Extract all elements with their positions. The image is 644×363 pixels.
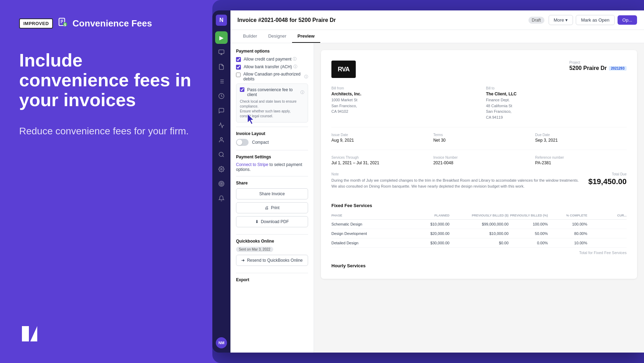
svg-point-22	[221, 183, 222, 184]
tab-builder[interactable]: Builder	[237, 30, 262, 43]
td-prev-amt-1: $10,000.00	[449, 231, 509, 236]
td-current-0	[587, 222, 627, 226]
invoice-icon: $	[58, 17, 68, 30]
sidebar-avatar[interactable]: NM	[216, 337, 227, 348]
bill-to-label: Bill to	[486, 86, 627, 90]
total-due-section: Total Due $19,450.00	[588, 172, 627, 189]
fixed-fee-table: Fixed Fee Services PHASE PLANNED PREVIOU…	[331, 203, 627, 258]
print-icon: 🖨	[265, 205, 269, 210]
primary-action-button[interactable]: Op...	[618, 15, 637, 25]
bill-to-col: Bill to The Client, LLC Finance Dept.48 …	[486, 86, 627, 120]
svg-point-21	[220, 182, 223, 186]
left-panel: IMPROVED $ Convenience Fees Include conv…	[0, 0, 212, 363]
canadian-info-icon: ⓘ	[304, 74, 308, 79]
compact-label: Compact	[252, 140, 269, 145]
sidebar-icon-user[interactable]	[215, 134, 228, 146]
sidebar-icon-play[interactable]: ▶	[215, 31, 228, 44]
sidebar-icon-doc[interactable]	[215, 61, 228, 73]
ach-checkbox[interactable]	[236, 65, 241, 70]
svg-line-18	[222, 156, 223, 157]
ach-info-icon: ⓘ	[293, 64, 297, 69]
sidebar-icon-list[interactable]	[215, 75, 228, 88]
ach-label: Allow bank transfer (ACH) ⓘ	[244, 64, 297, 69]
main-headline: Include convenience fees in your invoice…	[19, 50, 193, 110]
download-pdf-button[interactable]: ⬇ Download PDF	[236, 216, 308, 227]
svg-rect-6	[219, 50, 224, 54]
tab-designer[interactable]: Designer	[262, 30, 292, 43]
project-badge: 2021293	[609, 66, 627, 71]
svg-point-16	[220, 137, 222, 140]
fixed-fee-title: Fixed Fee Services	[331, 203, 627, 208]
improved-badge: IMPROVED	[19, 18, 53, 29]
canadian-checkbox[interactable]	[236, 72, 241, 77]
payment-options-section: Payment options Allow credit card paymen…	[236, 49, 308, 123]
sidebar-icon-settings[interactable]	[215, 163, 228, 175]
note-total-row: Note During the month of July we complet…	[331, 172, 627, 196]
issue-date-label: Issue Date	[331, 133, 423, 137]
share-invoice-button[interactable]: Share Invoice	[236, 188, 308, 199]
convenience-fee-checkbox[interactable]	[240, 87, 244, 92]
note-section: Note During the month of July we complet…	[331, 172, 581, 189]
share-section: Share Share Invoice 🖨 Print ⬇ Download P…	[236, 176, 308, 230]
invoice-layout-section: Invoice Layout Compact	[236, 127, 308, 146]
bill-section: Bill from Architects, Inc. 1000 Market S…	[331, 86, 627, 120]
bill-from-address: 1000 Market StSan Francisco,CA 94102	[331, 97, 472, 115]
td-phase-1: Design Development	[331, 231, 410, 236]
terms-label: Terms	[433, 133, 525, 137]
sidebar-icon-chart[interactable]	[215, 119, 228, 132]
table-row: Detailed Design $30,000.00 $0.00 0.00% 1…	[331, 238, 627, 248]
main-content: Invoice #2021-0048 for 5200 Praire Dr Dr…	[230, 10, 644, 353]
dates-section-1: Issue Date Aug 9, 2021 Terms Net 30 Due …	[331, 127, 627, 143]
toggle-row: Compact	[236, 139, 308, 146]
services-through-label: Services Through	[331, 156, 423, 159]
toggle-thumb	[237, 140, 242, 145]
credit-card-label: Allow credit card payment ⓘ	[244, 56, 297, 62]
tab-preview[interactable]: Preview	[292, 30, 320, 43]
compact-toggle[interactable]	[236, 139, 249, 146]
convenience-fee-box: Pass convenience fee to client ⓘ Check l…	[236, 84, 308, 123]
issue-date-col: Issue Date Aug 9, 2021	[331, 133, 423, 143]
mark-as-open-button[interactable]: Mark as Open	[576, 15, 615, 25]
invoice-preview: RVA Project 5200 Praire Dr 2021293	[321, 50, 637, 279]
invoice-layout-title: Invoice Layout	[236, 131, 308, 136]
td-phase-0: Schematic Design	[331, 222, 410, 226]
resend-quickbooks-button[interactable]: ➜ Resend to QuickBooks Online	[236, 255, 308, 266]
bill-from-label: Bill from	[331, 86, 472, 90]
status-badge: Draft	[528, 17, 544, 24]
app-window: N ▶	[212, 10, 644, 353]
due-date-col: Due Date Sep 3, 2021	[535, 133, 627, 143]
th-pct-complete: % COMPLETE	[548, 214, 587, 217]
sidebar-icon-clock[interactable]	[215, 90, 228, 102]
td-complete-2: 10.00%	[548, 241, 587, 245]
connect-stripe-link[interactable]: Connect to Stripe	[236, 162, 268, 167]
th-prev-billed-amt: PREVIOUSLY BILLED ($)	[449, 214, 509, 217]
more-button[interactable]: More ▾	[549, 15, 573, 25]
bottom-logo	[19, 309, 193, 346]
td-planned-0: $10,000.00	[410, 222, 449, 226]
right-panel: N ▶	[212, 0, 644, 363]
sidebar-icon-bell[interactable]	[215, 192, 228, 205]
td-prev-pct-1: 50.00%	[509, 231, 548, 236]
table-row: Schematic Design $10,000.00 $99,000,000.…	[331, 220, 627, 229]
print-button[interactable]: 🖨 Print	[236, 202, 308, 213]
project-name: 5200 Praire Dr 2021293	[569, 65, 627, 71]
invoice-number-value: 2021-0048	[433, 160, 525, 165]
sidebar-icon-target[interactable]	[215, 177, 228, 190]
table-header: PHASE PLANNED PREVIOUSLY BILLED ($) PREV…	[331, 212, 627, 220]
sidebar-icon-chat[interactable]	[215, 104, 228, 117]
invoice-header: RVA Project 5200 Praire Dr 2021293	[331, 61, 627, 78]
note-label: Note	[331, 172, 581, 176]
credit-card-checkbox[interactable]	[236, 57, 241, 62]
invoice-meta: Project 5200 Praire Dr 2021293	[569, 61, 627, 78]
svg-point-17	[219, 152, 223, 156]
sidebar-icon-monitor[interactable]	[215, 46, 228, 58]
td-prev-pct-0: 100.00%	[509, 222, 548, 226]
chevron-down-icon: ▾	[565, 17, 568, 23]
convenience-fee-label: Pass convenience fee to client ⓘ	[247, 87, 304, 97]
sidebar: N ▶	[212, 10, 230, 353]
content-area: Payment options Allow credit card paymen…	[230, 43, 644, 353]
td-phase-2: Detailed Design	[331, 241, 410, 245]
sidebar-icon-search[interactable]	[215, 148, 228, 161]
table-row: Design Development $20,000.00 $10,000.00…	[331, 229, 627, 238]
company-logo: RVA	[331, 61, 356, 78]
